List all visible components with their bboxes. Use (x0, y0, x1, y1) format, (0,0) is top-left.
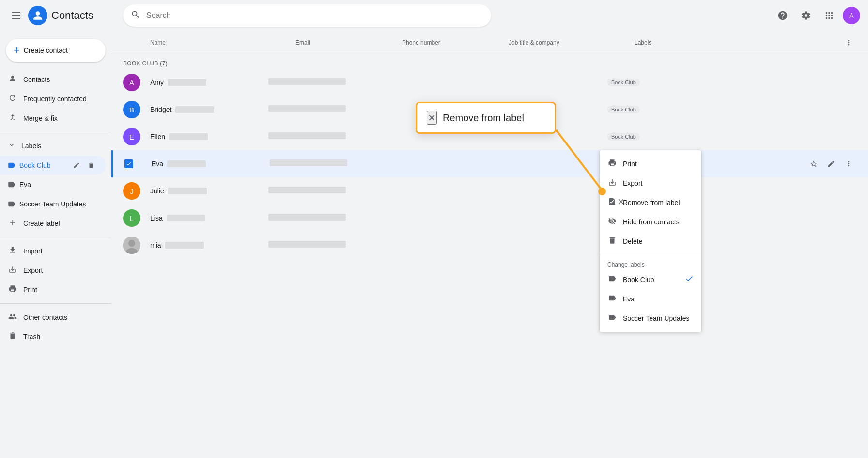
avatar-mia (123, 237, 140, 254)
sidebar-item-eva[interactable]: Eva (0, 175, 106, 194)
sidebar-item-contacts[interactable]: Contacts (0, 70, 106, 89)
tooltip-close-button[interactable]: ✕ (427, 111, 437, 125)
avatar-col-julie: J (123, 182, 150, 200)
sidebar-item-print[interactable]: Print (0, 280, 106, 300)
edit-label-button[interactable] (70, 158, 83, 172)
import-label: Import (23, 247, 43, 255)
menu-item-delete[interactable]: Delete (600, 232, 701, 251)
label-eva-menu-label: Eva (623, 295, 635, 303)
labels-section-header[interactable]: Labels (0, 136, 106, 156)
avatar-amy: A (123, 74, 140, 91)
search-bar[interactable] (123, 4, 491, 27)
menu-item-label-eva[interactable]: Eva (600, 289, 701, 309)
star-button-eva[interactable] (806, 156, 822, 172)
name-col-lisa: Lisa (150, 214, 268, 222)
menu-item-remove-from-label[interactable]: Remove from label (600, 193, 701, 212)
chevron-down-icon (8, 141, 16, 151)
name-blur-mia (165, 242, 204, 249)
contact-row-amy[interactable]: A Amy Book Club (111, 69, 868, 96)
contact-row-lisa[interactable]: L Lisa Book Club (111, 205, 868, 232)
settings-button[interactable] (796, 6, 816, 25)
avatar-col-lisa: L (123, 209, 150, 227)
sidebar-divider-1 (0, 132, 111, 132)
email-col-lisa (268, 214, 375, 222)
menu-item-label-soccer[interactable]: Soccer Team Updates (600, 309, 701, 328)
hamburger-menu[interactable] (8, 8, 24, 23)
edit-button-eva[interactable] (823, 156, 839, 172)
col-name-header: Name (150, 39, 295, 46)
more-options-header-button[interactable] (841, 35, 856, 50)
delete-menu-icon (607, 236, 617, 247)
remove-label-icon (607, 197, 617, 208)
name-blur-bridget (175, 106, 214, 113)
labels-col-bridget: Book Club (607, 106, 856, 113)
name-eva: Eva (152, 160, 163, 168)
print-label: Print (23, 286, 37, 294)
app-logo: Contacts (28, 6, 93, 25)
email-blur-bridget (268, 105, 346, 112)
apps-button[interactable] (820, 6, 839, 25)
menu-item-print[interactable]: Print (600, 154, 701, 174)
user-avatar[interactable]: A (843, 7, 860, 24)
name-julie: Julie (150, 187, 164, 195)
create-contact-label: Create contact (24, 47, 68, 54)
refresh-icon (8, 94, 17, 105)
change-labels-section: Change labels (600, 259, 701, 270)
col-job-header: Job title & company (509, 39, 635, 46)
delete-label-button[interactable] (84, 158, 98, 172)
sidebar-item-frequently[interactable]: Frequently contacted (0, 89, 106, 109)
logo-icon (28, 6, 47, 25)
export-label: Export (23, 267, 43, 274)
search-icon (131, 10, 140, 22)
import-icon (8, 246, 17, 257)
label-actions (70, 158, 98, 172)
row-actions-eva (806, 156, 856, 172)
create-label-btn: Create label (23, 220, 60, 227)
sidebar-item-import[interactable]: Import (0, 241, 106, 261)
content-area: Name Email Phone number Job title & comp… (111, 31, 868, 458)
merge-label: Merge & fix (23, 114, 58, 122)
menu-item-export[interactable]: Export (600, 174, 701, 193)
trash-icon (8, 332, 17, 343)
sidebar-item-export[interactable]: Export (0, 261, 106, 280)
person-icon (8, 74, 17, 85)
contacts-label: Contacts (23, 76, 50, 83)
print-menu-icon (607, 158, 617, 170)
label-menu-icon-eva (607, 294, 617, 305)
sidebar-item-create-label[interactable]: Create label (0, 214, 106, 233)
sidebar-item-merge[interactable]: Merge & fix (0, 109, 106, 128)
email-col-julie (268, 187, 375, 195)
sidebar-item-book-club[interactable]: Book Club (0, 156, 106, 175)
contact-row-eva[interactable]: Eva Book Club (111, 150, 868, 177)
sidebar-item-soccer[interactable]: Soccer Team Updates (0, 194, 106, 214)
email-col-mia (268, 241, 375, 250)
merge-icon (8, 113, 17, 124)
avatar-bridget: B (123, 101, 140, 118)
plus-icon: + (14, 44, 20, 57)
export-icon (8, 265, 17, 276)
sidebar-item-trash[interactable]: Trash (0, 327, 106, 347)
checkbox-eva[interactable] (124, 159, 138, 168)
sidebar-divider-3 (0, 303, 111, 304)
label-icon-eva (6, 180, 17, 189)
menu-item-hide-from-contacts[interactable]: Hide from contacts (600, 212, 701, 232)
menu-item-label-book-club[interactable]: Book Club (600, 270, 701, 289)
search-input[interactable] (146, 11, 483, 20)
avatar-julie: J (123, 182, 140, 200)
more-button-eva[interactable] (841, 156, 856, 172)
name-mia: mia (150, 241, 161, 249)
col-phone-header: Phone number (402, 39, 509, 46)
topbar-left: Contacts (8, 6, 119, 25)
label-badge-ellen: Book Club (607, 133, 640, 141)
help-button[interactable] (773, 6, 792, 25)
col-labels-header: Labels (635, 39, 837, 46)
contact-row-julie[interactable]: J Julie Book Club (111, 177, 868, 205)
contact-row-mia[interactable]: mia Book Club (111, 232, 868, 259)
name-amy: Amy (150, 79, 164, 86)
book-club-label: Book Club (19, 161, 51, 169)
label-menu-icon-soccer (607, 313, 617, 324)
create-contact-button[interactable]: + Create contact (6, 39, 106, 62)
avatar-lisa: L (123, 209, 140, 227)
frequently-label: Frequently contacted (23, 95, 87, 103)
sidebar-item-other-contacts[interactable]: Other contacts (0, 308, 106, 327)
